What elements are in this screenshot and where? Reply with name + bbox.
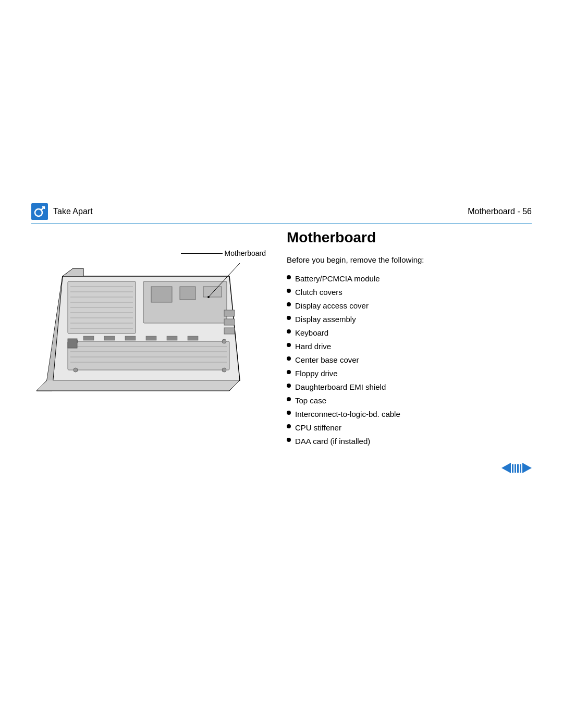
bullet-icon [287, 438, 291, 442]
motherboard-label: Motherboard [225, 249, 266, 257]
bar-line-1 [512, 464, 513, 473]
bullet-icon [287, 316, 291, 320]
list-item: Battery/PCMCIA module [287, 273, 532, 285]
list-item: Daughterboard EMI shield [287, 381, 532, 393]
bullet-icon [287, 343, 291, 347]
svg-rect-14 [180, 287, 195, 300]
header-left: Take Apart [31, 203, 93, 220]
svg-rect-29 [167, 336, 177, 340]
list-item: Display access cover [287, 300, 532, 312]
header-page: Motherboard - 56 [468, 207, 532, 216]
list-item-text: Daughterboard EMI shield [295, 381, 386, 393]
list-item-text: Battery/PCMCIA module [295, 273, 380, 285]
list-item: Interconnect-to-logic-bd. cable [287, 408, 532, 421]
list-item-text: Display access cover [295, 300, 369, 312]
list-item: Hard drive [287, 340, 532, 353]
svg-rect-25 [83, 336, 94, 340]
svg-point-0 [35, 209, 42, 216]
svg-rect-26 [104, 336, 115, 340]
svg-point-24 [222, 368, 226, 372]
list-item: DAA card (if installed) [287, 435, 532, 448]
list-item-text: Floppy drive [295, 367, 338, 380]
svg-rect-13 [151, 287, 172, 302]
list-item-text: Center base cover [295, 354, 359, 366]
bullet-icon [287, 289, 291, 293]
navigation-arrows[interactable] [501, 463, 532, 475]
list-item: Display assembly [287, 313, 532, 326]
bullet-icon [287, 329, 291, 334]
list-item: Keyboard [287, 327, 532, 339]
bar-line-3 [517, 464, 519, 473]
next-arrow[interactable] [522, 463, 532, 475]
svg-rect-30 [188, 336, 198, 340]
image-area: Motherboard [31, 224, 271, 475]
list-item: Center base cover [287, 354, 532, 366]
label-line [181, 253, 223, 254]
list-item-text: CPU stiffener [295, 422, 341, 434]
svg-rect-31 [224, 310, 235, 316]
svg-point-22 [222, 339, 226, 343]
image-label: Motherboard [181, 249, 266, 257]
section-title: Motherboard [287, 229, 532, 246]
items-list: Battery/PCMCIA moduleClutch coversDispla… [287, 273, 532, 448]
text-area: Motherboard Before you begin, remove the… [287, 224, 532, 475]
intro-text: Before you begin, remove the following: [287, 254, 532, 266]
svg-rect-32 [224, 319, 235, 325]
list-item-text: Keyboard [295, 327, 328, 339]
bar-line-2 [515, 464, 516, 473]
bar-line-4 [520, 464, 521, 473]
bullet-icon [287, 302, 291, 306]
bullet-icon [287, 424, 291, 428]
list-item: Clutch covers [287, 286, 532, 299]
svg-point-36 [207, 296, 210, 298]
prev-arrow[interactable] [501, 463, 511, 475]
svg-rect-16 [68, 341, 229, 370]
main-content: Motherboard Motherboard Before you begin… [31, 224, 532, 475]
list-item-text: Top case [295, 394, 326, 407]
nav-bar-separator [512, 464, 521, 473]
bullet-icon [287, 397, 291, 401]
svg-rect-28 [146, 336, 156, 340]
bullet-icon [287, 356, 291, 361]
svg-rect-33 [224, 328, 235, 334]
bullet-icon [287, 384, 291, 388]
list-item: Floppy drive [287, 367, 532, 380]
list-item-text: Clutch covers [295, 286, 342, 299]
list-item-text: Hard drive [295, 340, 331, 353]
list-item-text: Interconnect-to-logic-bd. cable [295, 408, 400, 421]
list-item: Top case [287, 394, 532, 407]
bullet-icon [287, 411, 291, 415]
bullet-icon [287, 275, 291, 279]
svg-marker-38 [522, 463, 532, 473]
header-title: Take Apart [53, 207, 93, 216]
svg-rect-27 [125, 336, 136, 340]
list-item: CPU stiffener [287, 422, 532, 434]
svg-marker-37 [501, 463, 511, 473]
motherboard-diagram [31, 235, 255, 401]
svg-rect-15 [203, 287, 222, 297]
page-header: Take Apart Motherboard - 56 [31, 203, 532, 224]
bullet-icon [287, 370, 291, 374]
list-item-text: DAA card (if installed) [295, 435, 370, 448]
take-apart-icon [31, 203, 48, 220]
text-area-wrapper: Motherboard Before you begin, remove the… [287, 229, 532, 475]
svg-rect-34 [68, 339, 77, 348]
list-item-text: Display assembly [295, 313, 356, 326]
svg-point-23 [74, 368, 78, 372]
